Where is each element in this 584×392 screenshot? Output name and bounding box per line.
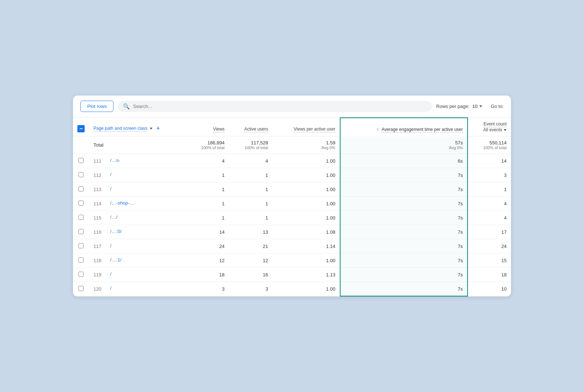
row-active-users: 16 (229, 268, 272, 282)
event-count-label: Event count (484, 121, 507, 127)
row-checkbox-cell[interactable] (73, 268, 89, 282)
total-checkbox-cell (73, 136, 89, 154)
row-dimension[interactable]: /…:0/ (106, 225, 186, 239)
row-views: 1 (186, 168, 229, 182)
row-views: 1 (186, 197, 229, 211)
row-active-users: 13 (229, 225, 272, 239)
row-number: 116 (89, 225, 106, 239)
dimension-header-label[interactable]: Page path and screen class (93, 126, 147, 132)
row-dimension[interactable]: /…/ (106, 211, 186, 225)
row-active-users: 1 (229, 182, 272, 197)
row-active-users: 3 (229, 282, 272, 296)
row-number: 117 (89, 239, 106, 253)
dimension-link[interactable]: /…s- (110, 158, 120, 163)
row-checkbox-cell[interactable] (73, 239, 89, 253)
row-checkbox-cell[interactable] (73, 182, 89, 197)
table-row: 119 / 18 16 1.13 7s 18 (73, 268, 511, 282)
dimension-link[interactable]: /…/ (110, 214, 118, 220)
row-checkbox[interactable] (78, 172, 84, 177)
row-event-count: 17 (468, 225, 511, 239)
dimension-link[interactable]: /…:1/ (110, 257, 122, 263)
row-number: 112 (89, 168, 106, 182)
row-number: 118 (89, 253, 106, 268)
row-checkbox-cell[interactable] (73, 211, 89, 225)
row-checkbox-cell[interactable] (73, 282, 89, 296)
row-avg-engagement: 7s (340, 182, 468, 197)
search-input[interactable] (133, 104, 427, 109)
dimension-link[interactable]: / (110, 186, 112, 191)
row-checkbox[interactable] (78, 243, 84, 248)
dimension-link[interactable]: / (110, 271, 112, 277)
row-avg-engagement: 7s (340, 239, 468, 253)
row-checkbox[interactable] (78, 215, 84, 220)
row-active-users: 1 (229, 168, 272, 182)
row-views-per-user: 1.00 (272, 282, 340, 296)
chevron-down-icon[interactable] (504, 129, 507, 131)
dimension-link[interactable]: /…:0/ (110, 229, 122, 234)
row-dimension[interactable]: / (106, 282, 186, 296)
row-number: 114 (89, 197, 106, 211)
dimension-link[interactable]: / (110, 243, 112, 248)
row-checkbox-cell[interactable] (73, 253, 89, 268)
row-views-per-user: 1.00 (272, 253, 340, 268)
row-active-users: 12 (229, 253, 272, 268)
add-column-button[interactable]: + (155, 125, 162, 132)
rows-per-page-select[interactable]: 10 (472, 104, 482, 109)
row-avg-engagement: 7s (340, 268, 468, 282)
row-views: 4 (186, 154, 229, 168)
row-checkbox-cell[interactable] (73, 197, 89, 211)
chevron-down-icon[interactable] (150, 128, 153, 129)
row-active-users: 21 (229, 239, 272, 253)
row-dimension[interactable]: /…:1/ (106, 253, 186, 268)
table-row: 118 /…:1/ 12 12 1.00 7s 15 (73, 253, 511, 268)
row-checkbox[interactable] (78, 257, 84, 263)
table-header-row: − Page path and screen class + Views Act… (73, 118, 511, 136)
row-views-per-user: 1.00 (272, 154, 340, 168)
row-dimension[interactable]: / (106, 239, 186, 253)
row-dimension[interactable]: /…-shop-… (106, 197, 186, 211)
row-checkbox[interactable] (78, 158, 84, 163)
row-dimension[interactable]: / (106, 268, 186, 282)
row-checkbox[interactable] (78, 286, 84, 291)
row-dimension[interactable]: / (106, 182, 186, 197)
rows-per-page-value: 10 (472, 104, 477, 109)
row-checkbox-cell[interactable] (73, 168, 89, 182)
row-number: 111 (89, 154, 106, 168)
row-number: 120 (89, 282, 106, 296)
table-row: 116 /…:0/ 14 13 1.08 7s 17 (73, 225, 511, 239)
row-active-users: 1 (229, 197, 272, 211)
plot-rows-button[interactable]: Plot rows (80, 101, 114, 112)
row-views-per-user: 1.14 (272, 239, 340, 253)
row-event-count: 3 (468, 168, 511, 182)
row-checkbox-cell[interactable] (73, 154, 89, 168)
row-views-per-user: 1.13 (272, 268, 340, 282)
row-event-count: 14 (468, 154, 511, 168)
row-dimension[interactable]: / (106, 168, 186, 182)
row-dimension[interactable]: /…s- (106, 154, 186, 168)
row-avg-engagement: 7s (340, 253, 468, 268)
row-views-per-user: 1.00 (272, 197, 340, 211)
row-checkbox-cell[interactable] (73, 225, 89, 239)
row-views: 14 (186, 225, 229, 239)
row-avg-engagement: 7s (340, 225, 468, 239)
row-views: 3 (186, 282, 229, 296)
toolbar: Plot rows 🔍 Rows per page: 10 Go to: (73, 96, 511, 117)
views-per-user-label: Views per active user (294, 127, 335, 132)
row-views: 1 (186, 182, 229, 197)
row-active-users: 1 (229, 211, 272, 225)
dimension-link[interactable]: / (110, 172, 112, 177)
row-checkbox[interactable] (78, 229, 84, 234)
row-views-per-user: 1.00 (272, 211, 340, 225)
dimension-link[interactable]: / (110, 286, 112, 291)
sort-arrow-icon: ↑ (377, 127, 379, 132)
row-checkbox[interactable] (78, 201, 84, 206)
row-checkbox[interactable] (78, 186, 84, 191)
main-card: Plot rows 🔍 Rows per page: 10 Go to: − P… (73, 96, 511, 296)
total-label-cell: Total (89, 136, 186, 154)
dimension-link[interactable]: /…-shop-… (110, 200, 134, 206)
total-active-users: 117,528 100% of total (229, 136, 272, 154)
row-event-count: 4 (468, 211, 511, 225)
row-event-count: 4 (468, 197, 511, 211)
row-checkbox[interactable] (78, 272, 84, 277)
select-all-icon[interactable]: − (77, 125, 85, 132)
